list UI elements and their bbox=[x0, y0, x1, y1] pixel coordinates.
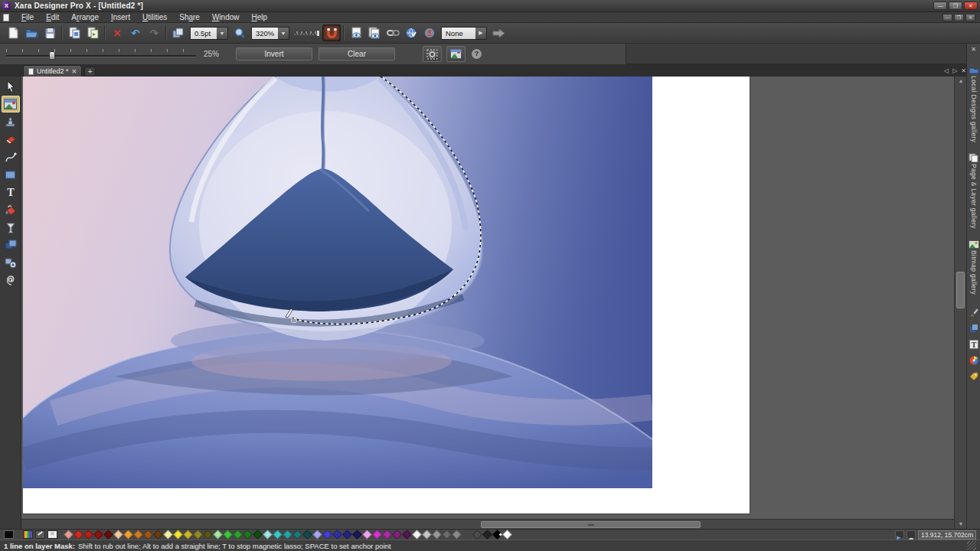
new-document-icon[interactable] bbox=[4, 24, 22, 41]
fill-tool[interactable] bbox=[2, 201, 20, 218]
color-swatch[interactable] bbox=[362, 530, 372, 540]
apply-arrow-icon[interactable] bbox=[489, 24, 508, 41]
color-swatch[interactable] bbox=[283, 530, 292, 540]
color-swatch[interactable] bbox=[372, 530, 382, 540]
menu-file[interactable]: File bbox=[15, 12, 40, 23]
chevron-down-icon[interactable]: ▼ bbox=[278, 28, 289, 39]
photo-mask-tool[interactable] bbox=[2, 96, 20, 112]
selector-tool[interactable] bbox=[2, 78, 20, 95]
shapes-icon[interactable] bbox=[969, 323, 978, 333]
transparency-tool[interactable] bbox=[2, 219, 20, 236]
menu-insert[interactable]: Insert bbox=[105, 12, 136, 23]
brush-icon[interactable] bbox=[969, 307, 978, 317]
no-color-icon[interactable] bbox=[47, 530, 57, 539]
eraser-tool[interactable] bbox=[2, 131, 20, 148]
doc-minimize-button[interactable]: — bbox=[942, 14, 952, 21]
color-swatch[interactable] bbox=[502, 530, 512, 540]
zoom-tool-icon[interactable] bbox=[230, 24, 249, 41]
export-icon[interactable] bbox=[83, 24, 102, 41]
scroll-down-icon[interactable]: ▼ bbox=[955, 520, 967, 529]
color-swatch[interactable] bbox=[183, 530, 193, 540]
maximize-button[interactable]: ❐ bbox=[949, 2, 962, 10]
hourglass-photo[interactable] bbox=[23, 77, 652, 488]
tab-untitled2[interactable]: Untitled2 * ✕ bbox=[23, 65, 82, 77]
menu-window[interactable]: Window bbox=[206, 12, 246, 23]
close-button[interactable]: ✕ bbox=[964, 2, 978, 10]
color-swatch[interactable] bbox=[442, 530, 452, 540]
tab-prev-icon[interactable]: ◁ bbox=[944, 67, 949, 74]
color-swatch[interactable] bbox=[253, 530, 263, 540]
color-swatch[interactable] bbox=[292, 530, 302, 540]
blend-tool[interactable] bbox=[2, 254, 20, 271]
invert-button[interactable]: Invert bbox=[236, 47, 312, 60]
mask-opacity-slider[interactable] bbox=[6, 48, 196, 60]
color-swatch[interactable] bbox=[153, 530, 163, 540]
color-swatch[interactable] bbox=[173, 530, 183, 540]
redo-icon[interactable]: ↷ bbox=[145, 24, 163, 41]
save-icon[interactable] bbox=[41, 24, 59, 41]
color-swatch[interactable] bbox=[382, 530, 392, 540]
line-width-combo[interactable]: 0.5pt ▼ bbox=[190, 27, 228, 40]
color-swatch[interactable] bbox=[133, 530, 143, 540]
tab-next-icon[interactable]: ▷ bbox=[952, 67, 957, 74]
line-style-combo[interactable]: None ▶ bbox=[441, 27, 487, 40]
duplicate-icon[interactable] bbox=[169, 24, 188, 41]
color-swatch[interactable] bbox=[273, 530, 283, 540]
tab-close-icon[interactable]: ✕ bbox=[72, 68, 77, 75]
clipart-icon[interactable] bbox=[969, 371, 978, 381]
delete-icon[interactable]: ✕ bbox=[108, 24, 126, 41]
color-swatch[interactable] bbox=[482, 530, 492, 540]
color-swatch[interactable] bbox=[452, 530, 462, 540]
chevron-down-icon[interactable]: ▼ bbox=[217, 28, 227, 39]
slider-track[interactable] bbox=[6, 55, 196, 57]
color-swatch[interactable] bbox=[412, 530, 422, 540]
open-icon[interactable] bbox=[22, 24, 41, 41]
web-account-icon[interactable] bbox=[420, 24, 439, 41]
color-swatch[interactable] bbox=[432, 530, 442, 540]
scroll-up-icon[interactable]: ▲ bbox=[955, 77, 967, 86]
twirl-tool[interactable] bbox=[2, 272, 20, 289]
vertical-scrollbar-thumb[interactable] bbox=[956, 272, 965, 308]
color-swatch[interactable] bbox=[243, 530, 253, 540]
color-swatch[interactable] bbox=[213, 530, 223, 540]
rectangle-tool[interactable] bbox=[2, 166, 20, 183]
horizontal-scrollbar[interactable] bbox=[21, 519, 954, 529]
color-swatch[interactable] bbox=[74, 530, 83, 540]
color-swatch[interactable] bbox=[223, 530, 233, 540]
color-swatch[interactable] bbox=[472, 530, 482, 540]
snap-indicator-icon[interactable] bbox=[895, 530, 904, 539]
color-swatch[interactable] bbox=[64, 530, 74, 540]
preview-all-pages-icon[interactable] bbox=[365, 24, 384, 41]
magnetic-lasso-icon[interactable] bbox=[322, 24, 341, 41]
color-swatch[interactable] bbox=[83, 530, 93, 540]
color-swatch[interactable] bbox=[103, 530, 113, 540]
gallery-tab-page-layer-gallery[interactable]: Page & Layer gallery bbox=[969, 152, 979, 229]
color-swatch[interactable] bbox=[203, 530, 213, 540]
vertical-scrollbar[interactable]: ▲ ▼ bbox=[954, 77, 966, 529]
tab-close-all-icon[interactable]: ✕ bbox=[961, 67, 966, 74]
hyperlink-icon[interactable] bbox=[384, 24, 402, 41]
doc-close-button[interactable]: ✕ bbox=[965, 14, 975, 21]
color-swatch[interactable] bbox=[123, 530, 133, 540]
color-swatch[interactable] bbox=[322, 530, 332, 540]
smoothing-slider-icon[interactable] bbox=[292, 24, 322, 41]
new-tab-button[interactable]: + bbox=[84, 67, 96, 77]
zoom-level-combo[interactable]: 320% ▼ bbox=[251, 27, 289, 40]
mask-bitmap-button[interactable] bbox=[446, 46, 466, 62]
color-swatch[interactable] bbox=[492, 530, 502, 540]
web-address-icon[interactable] bbox=[402, 24, 420, 41]
color-swatch[interactable] bbox=[422, 530, 432, 540]
color-swatch[interactable] bbox=[93, 530, 103, 540]
doc-restore-button[interactable]: ❐ bbox=[954, 14, 964, 21]
color-swatch[interactable] bbox=[263, 530, 273, 540]
horizontal-scrollbar-thumb[interactable] bbox=[481, 521, 701, 528]
color-swatch[interactable] bbox=[233, 530, 243, 540]
color-swatch[interactable] bbox=[352, 530, 362, 540]
canvas-area[interactable] bbox=[21, 77, 954, 519]
resize-grip[interactable] bbox=[967, 541, 976, 550]
menu-utilities[interactable]: Utilities bbox=[136, 12, 173, 23]
menu-share[interactable]: Share bbox=[173, 12, 206, 23]
color-swatch[interactable] bbox=[392, 530, 402, 540]
color-swatch[interactable] bbox=[113, 530, 123, 540]
color-swatch[interactable] bbox=[342, 530, 352, 540]
